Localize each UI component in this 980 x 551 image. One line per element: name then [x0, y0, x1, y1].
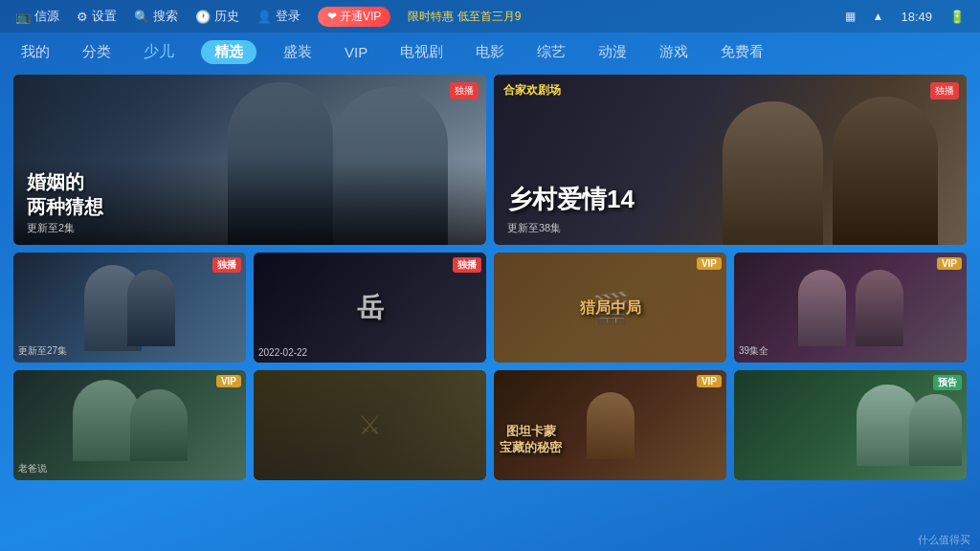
- small-card-7[interactable]: VIP 图坦卡蒙宝藏的秘密: [494, 370, 726, 480]
- small-card-8[interactable]: 预告: [734, 370, 967, 480]
- search-btn[interactable]: 🔍 搜索: [134, 8, 178, 25]
- card5-badge: VIP: [216, 375, 241, 387]
- hero1-title: 婚姻的两种猜想: [27, 169, 473, 219]
- small-card-3[interactable]: 🎬 猎局中局 VIP: [494, 253, 726, 363]
- watermark: 什么值得买: [918, 533, 970, 547]
- nav-item-category[interactable]: 分类: [77, 40, 117, 64]
- small-card-4[interactable]: VIP 39集全: [734, 253, 967, 363]
- nav-item-dress[interactable]: 盛装: [278, 40, 318, 64]
- nav-item-anime[interactable]: 动漫: [592, 40, 633, 64]
- hero1-badge: 独播: [450, 82, 479, 99]
- small-card-6[interactable]: ⚔: [254, 370, 486, 480]
- user-icon: 👤: [256, 10, 272, 24]
- nav-item-tv[interactable]: 电视剧: [394, 40, 449, 64]
- search-icon: 🔍: [134, 10, 149, 24]
- nav-item-variety[interactable]: 综艺: [531, 40, 571, 64]
- card3-badge: VIP: [697, 257, 722, 270]
- vip-label: 开通VIP: [340, 9, 381, 25]
- promo-text: 限时特惠 低至首三月9: [408, 9, 521, 25]
- small-card-1[interactable]: 独播 更新至27集: [13, 253, 246, 363]
- card7-badge: VIP: [697, 375, 722, 387]
- history-label: 历史: [214, 8, 239, 25]
- source-btn[interactable]: 📺 信源: [15, 8, 59, 25]
- hero2-title-area: 乡村爱情14: [507, 183, 635, 216]
- clock-icon: 🕐: [195, 10, 211, 24]
- nav-item-free[interactable]: 免费看: [715, 40, 769, 64]
- settings-label: 设置: [92, 8, 117, 25]
- card7-title: 图坦卡蒙宝藏的秘密: [500, 424, 562, 456]
- card4-label: 39集全: [739, 344, 768, 358]
- vip-btn[interactable]: ❤ 开通VIP: [318, 7, 390, 27]
- card2-title: 岳: [265, 290, 475, 324]
- card8-badge: 预告: [933, 375, 962, 390]
- card2-label: 2022-02-22: [258, 347, 307, 358]
- login-label: 登录: [276, 8, 301, 25]
- nav-item-selected[interactable]: 精选: [201, 40, 256, 64]
- hero2-title: 乡村爱情14: [507, 183, 635, 216]
- hero1-update: 更新至2集: [27, 221, 473, 235]
- small-cards-row1: 独播 更新至27集 岳 独播 2022-02-22 🎬 猎局中局 VIP: [13, 253, 967, 363]
- hero-card-marriage[interactable]: 独播 婚姻的两种猜想 更新至2集: [13, 75, 486, 245]
- main-content: 独播 婚姻的两种猜想 更新至2集 独播 合家欢剧场 乡村爱情14: [0, 71, 980, 484]
- small-card-2[interactable]: 岳 独播 2022-02-22: [254, 253, 486, 363]
- settings-btn[interactable]: ⚙ 设置: [77, 8, 117, 25]
- hero2-family-tag: 合家欢剧场: [503, 82, 561, 99]
- hero2-update: 更新至38集: [507, 221, 561, 235]
- nav-item-games[interactable]: 游戏: [654, 40, 694, 64]
- wifi-icon: ▦: [845, 10, 856, 23]
- search-label: 搜索: [153, 8, 178, 25]
- hero-card-countryside[interactable]: 独播 合家欢剧场 乡村爱情14 更新至38集: [494, 75, 967, 245]
- heart-icon: ❤: [327, 10, 337, 23]
- top-bar: 📺 信源 ⚙ 设置 🔍 搜索 🕐 历史 👤 登录 ❤ 开通VIP 限时特惠 低至…: [0, 0, 980, 33]
- login-btn[interactable]: 👤 登录: [256, 8, 301, 25]
- nav-item-mine[interactable]: 我的: [15, 40, 56, 64]
- card4-badge: VIP: [937, 257, 962, 270]
- card1-label: 更新至27集: [18, 344, 67, 358]
- settings-icon: ⚙: [77, 10, 88, 24]
- history-btn[interactable]: 🕐 历史: [195, 8, 239, 25]
- small-cards-row2: VIP 老爸说 ⚔ VIP 图坦卡蒙宝藏的秘密: [13, 370, 967, 480]
- tv-icon: 📺: [15, 10, 31, 24]
- card2-badge: 独播: [453, 257, 481, 273]
- card5-label: 老爸说: [18, 462, 47, 475]
- source-label: 信源: [34, 8, 59, 25]
- nav-item-children[interactable]: 少儿: [138, 39, 180, 65]
- app: 📺 信源 ⚙ 设置 🔍 搜索 🕐 历史 👤 登录 ❤ 开通VIP 限时特惠 低至…: [0, 0, 980, 551]
- signal-icon: ▲: [873, 10, 884, 23]
- battery-icon: 🔋: [949, 10, 965, 24]
- card3-title: 猎局中局: [505, 298, 715, 318]
- hero-row: 独播 婚姻的两种猜想 更新至2集 独播 合家欢剧场 乡村爱情14: [13, 75, 967, 245]
- card1-badge: 独播: [212, 257, 241, 273]
- nav-item-movie[interactable]: 电影: [470, 40, 510, 64]
- small-card-5[interactable]: VIP 老爸说: [13, 370, 246, 480]
- time-display: 18:49: [901, 10, 932, 24]
- nav-item-vip[interactable]: VIP: [339, 41, 373, 63]
- hero2-badge: 独播: [930, 82, 959, 99]
- nav-bar: 我的 分类 少儿 精选 盛装 VIP 电视剧 电影 综艺 动漫 游戏 免费看: [0, 33, 980, 71]
